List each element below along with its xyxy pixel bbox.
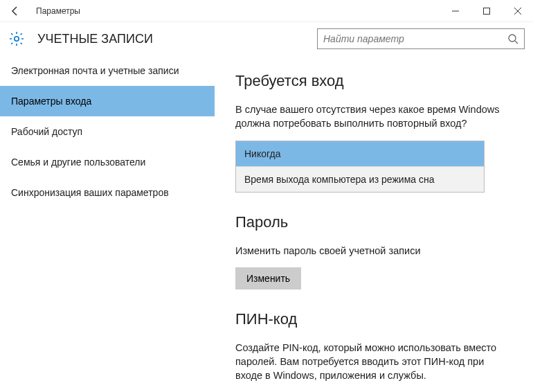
signin-timeout-dropdown[interactable]: Никогда Время выхода компьютера из режим… — [235, 141, 485, 193]
header: УЧЕТНЫЕ ЗАПИСИ — [0, 22, 533, 55]
back-button[interactable] — [6, 1, 25, 21]
svg-point-4 — [15, 37, 19, 41]
section-heading-signin: Требуется вход — [235, 72, 512, 90]
close-button[interactable] — [502, 0, 533, 22]
sidebar-item-sync-settings[interactable]: Синхронизация ваших параметров — [0, 177, 215, 208]
svg-point-5 — [509, 35, 516, 42]
minimize-button[interactable] — [440, 0, 471, 22]
change-password-button[interactable]: Изменить — [235, 267, 301, 289]
password-description: Изменить пароль своей учетной записи — [235, 244, 512, 258]
sidebar-item-email-accounts[interactable]: Электронная почта и учетные записи — [0, 55, 215, 86]
maximize-button[interactable] — [471, 0, 502, 22]
section-heading-password: Пароль — [235, 213, 512, 231]
sidebar-item-signin-options[interactable]: Параметры входа — [0, 86, 215, 116]
svg-line-6 — [515, 41, 518, 44]
sidebar-item-work-access[interactable]: Рабочий доступ — [0, 116, 215, 147]
pin-description: Создайте PIN-код, который можно использо… — [235, 341, 512, 383]
window-title: Параметры — [36, 6, 80, 16]
signin-description: В случае вашего отсутствия через какое в… — [235, 103, 512, 131]
content-pane: Требуется вход В случае вашего отсутстви… — [215, 55, 533, 392]
section-heading-pin: ПИН-код — [235, 310, 512, 328]
page-title: УЧЕТНЫЕ ЗАПИСИ — [37, 32, 153, 46]
gear-icon — [8, 30, 25, 47]
dropdown-option-never[interactable]: Никогда — [236, 141, 484, 166]
search-box[interactable] — [317, 28, 525, 49]
search-icon — [507, 33, 518, 44]
title-bar: Параметры — [0, 0, 533, 22]
sidebar: Электронная почта и учетные записи Парам… — [0, 55, 215, 392]
search-input[interactable] — [323, 33, 507, 44]
sidebar-item-family-users[interactable]: Семья и другие пользователи — [0, 147, 215, 177]
dropdown-option-sleep[interactable]: Время выхода компьютера из режима сна — [236, 166, 484, 192]
svg-rect-1 — [483, 8, 489, 14]
